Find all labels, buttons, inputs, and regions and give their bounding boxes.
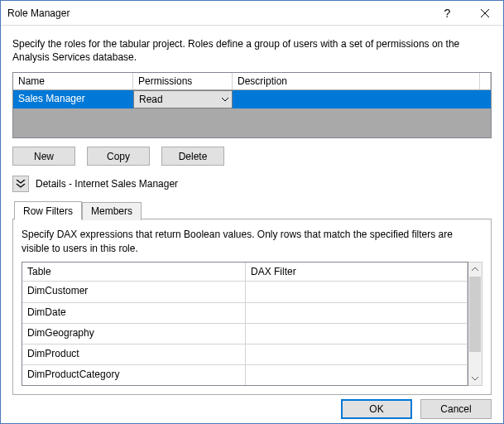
- role-description-cell[interactable]: [233, 90, 491, 108]
- role-name-cell[interactable]: Sales Manager: [13, 90, 133, 108]
- table-name-cell[interactable]: DimProduct: [22, 344, 246, 364]
- table-name-cell[interactable]: DimDate: [22, 303, 246, 323]
- table-name-cell[interactable]: DimProductCategory: [22, 365, 246, 385]
- tab-row-filters[interactable]: Row Filters: [14, 201, 82, 219]
- table-row[interactable]: DimProduct: [22, 344, 468, 364]
- delete-button[interactable]: Delete: [161, 147, 224, 166]
- scroll-thumb[interactable]: [469, 277, 481, 352]
- table-row[interactable]: DimGeography: [22, 323, 468, 344]
- dialog-instructions: Specify the roles for the tabular projec…: [12, 37, 492, 64]
- roles-grid[interactable]: Name Permissions Description Sales Manag…: [12, 72, 492, 138]
- col-header-description[interactable]: Description: [233, 73, 480, 89]
- help-button[interactable]: ?: [429, 1, 466, 25]
- col-header-permissions[interactable]: Permissions: [133, 73, 233, 89]
- permissions-dropdown[interactable]: Read: [133, 90, 233, 108]
- tab-members[interactable]: Members: [82, 202, 142, 220]
- details-label: Details - Internet Sales Manager: [36, 178, 178, 190]
- window-title: Role Manager: [7, 7, 429, 19]
- row-filters-grid-body: DimCustomer DimDate DimGeography Di: [22, 282, 468, 385]
- tab-strip: Row Filters Members: [14, 200, 492, 219]
- close-icon: [481, 9, 489, 17]
- col-header-dax[interactable]: DAX Filter: [246, 263, 468, 281]
- row-filters-instructions: Specify DAX expressions that return Bool…: [22, 228, 482, 254]
- table-row[interactable]: DimProductCategory: [22, 364, 468, 385]
- copy-button[interactable]: Copy: [87, 147, 150, 166]
- scroll-down-button[interactable]: [468, 371, 482, 385]
- close-button[interactable]: [466, 1, 503, 25]
- vertical-scrollbar[interactable]: [468, 262, 482, 386]
- chevron-down-icon: [222, 98, 228, 102]
- tab-panel-row-filters: Specify DAX expressions that return Bool…: [12, 219, 492, 394]
- table-row[interactable]: DimDate: [22, 302, 468, 323]
- chevron-up-icon: [472, 267, 478, 272]
- row-filters-grid-header: Table DAX Filter: [22, 263, 468, 282]
- table-row[interactable]: DimCustomer: [22, 282, 468, 302]
- chevron-down-icon: [472, 376, 478, 380]
- scroll-track[interactable]: [468, 277, 482, 371]
- dax-filter-cell[interactable]: [246, 324, 468, 344]
- col-header-name[interactable]: Name: [13, 73, 133, 89]
- new-button[interactable]: New: [12, 147, 75, 166]
- scroll-up-button[interactable]: [468, 263, 482, 277]
- dax-filter-cell[interactable]: [246, 282, 468, 302]
- table-name-cell[interactable]: DimCustomer: [22, 282, 246, 302]
- col-header-table[interactable]: Table: [22, 263, 246, 281]
- row-filters-grid[interactable]: Table DAX Filter DimCustomer DimDate: [22, 262, 468, 386]
- table-name-cell[interactable]: DimGeography: [22, 324, 246, 344]
- role-manager-dialog: Role Manager ? Specify the roles for the…: [0, 0, 504, 424]
- roles-grid-header: Name Permissions Description: [13, 73, 491, 90]
- dax-filter-cell[interactable]: [246, 303, 468, 323]
- roles-grid-row[interactable]: Sales Manager Read: [13, 90, 491, 108]
- dax-filter-cell[interactable]: [246, 365, 468, 385]
- permissions-value: Read: [139, 94, 163, 105]
- dialog-footer: OK Cancel: [1, 395, 503, 423]
- cancel-button[interactable]: Cancel: [420, 399, 492, 419]
- ok-button[interactable]: OK: [341, 399, 412, 419]
- titlebar: Role Manager ?: [1, 1, 503, 26]
- details-toggle[interactable]: [12, 176, 29, 192]
- double-chevron-down-icon: [16, 180, 26, 188]
- dax-filter-cell[interactable]: [246, 344, 468, 364]
